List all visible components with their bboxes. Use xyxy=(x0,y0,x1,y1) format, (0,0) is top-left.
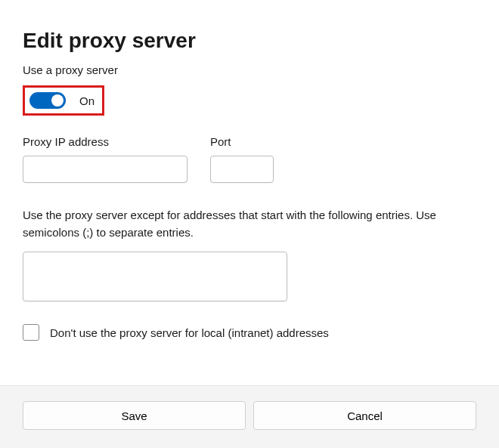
local-bypass-label: Don't use the proxy server for local (in… xyxy=(50,326,329,339)
proxy-ip-input[interactable] xyxy=(23,156,188,183)
exceptions-help-text: Use the proxy server except for addresse… xyxy=(23,207,476,241)
dialog-footer: Save Cancel xyxy=(0,385,499,448)
edit-proxy-dialog: Edit proxy server Use a proxy server On … xyxy=(0,0,499,448)
exceptions-input[interactable] xyxy=(23,252,287,301)
use-proxy-label: Use a proxy server xyxy=(23,63,476,76)
local-bypass-checkbox[interactable] xyxy=(23,324,39,341)
ip-label: Proxy IP address xyxy=(23,135,188,148)
toggle-knob xyxy=(51,94,64,107)
toggle-highlight-box: On xyxy=(23,85,104,116)
port-label: Port xyxy=(210,135,274,148)
address-port-row: Proxy IP address Port xyxy=(23,135,476,183)
proxy-port-input[interactable] xyxy=(210,156,274,183)
proxy-toggle[interactable] xyxy=(29,92,66,109)
cancel-button[interactable]: Cancel xyxy=(253,401,476,430)
ip-field: Proxy IP address xyxy=(23,135,188,183)
toggle-state-label: On xyxy=(79,94,95,107)
save-button[interactable]: Save xyxy=(23,401,246,430)
dialog-title: Edit proxy server xyxy=(23,29,476,53)
local-bypass-row: Don't use the proxy server for local (in… xyxy=(23,324,476,341)
port-field: Port xyxy=(210,135,274,183)
